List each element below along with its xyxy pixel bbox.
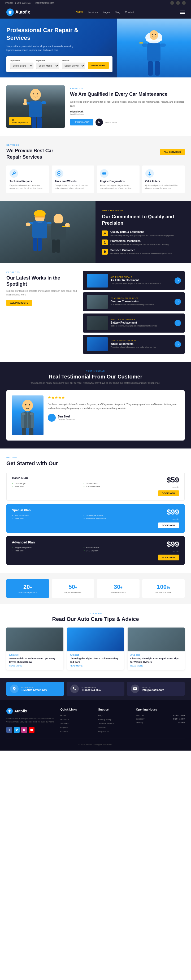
stat-label-2: Service Centers — [101, 591, 135, 593]
footer-hour-day-2: Sunday — [136, 721, 143, 724]
book-now-hero-button[interactable]: BOOK NOW — [88, 62, 109, 69]
author-details: Ben Steel Regular Customer — [58, 415, 75, 420]
book-now-special-button[interactable]: BOOK NOW — [158, 522, 179, 528]
nav-contact[interactable]: Contact — [125, 11, 134, 14]
facebook-icon[interactable] — [170, 1, 174, 5]
footer-link-contact[interactable]: Contact — [60, 730, 93, 733]
project-category-0: AIR FILTER REPAIR — [111, 276, 172, 278]
contact-phone-value: +1 800 123 4567 — [81, 689, 101, 691]
services-header-left: SERVICES We Provide Best Car Repair Serv… — [6, 144, 59, 160]
blog-card-1: JUNE 2025 Choosing the Right Tires A Gui… — [67, 627, 124, 670]
nav-services[interactable]: Services — [88, 11, 98, 14]
brand-select[interactable]: Select Brand Toyota Honda BMW — [10, 63, 33, 69]
svg-rect-16 — [41, 101, 46, 104]
shield-icon — [102, 249, 108, 255]
contact-bar: Our Location 123 Auto Street, City Phone… — [0, 678, 191, 700]
services-label: SERVICES — [6, 144, 59, 146]
project-name-3: Wheel Alignments — [111, 342, 172, 345]
footer-link-faq[interactable]: FAQ — [98, 714, 131, 717]
projects-right: AIR FILTER REPAIR Air Filter Replacement… — [83, 271, 185, 354]
footer-instagram-button[interactable] — [21, 727, 27, 733]
nav-blog[interactable]: Blog — [115, 11, 120, 14]
blog-read-more-2[interactable]: READ MORE — [130, 665, 182, 667]
footer-grid: Autofix Professional auto repair and mai… — [6, 708, 185, 733]
project-arrow-3[interactable] — [175, 341, 181, 347]
author-name: Ben Steel — [58, 415, 75, 418]
svg-point-35 — [54, 214, 63, 224]
footer-link-projects[interactable]: Projects — [60, 726, 93, 729]
form-group-brand: Top Name Select Brand Toyota Honda BMW — [10, 59, 33, 69]
footer-youtube-button[interactable] — [29, 727, 35, 733]
blog-image-1 — [67, 627, 124, 651]
project-desc-1: Full transmission inspection and repair … — [111, 304, 172, 306]
feature-basic-2: ✓Free WiFi — [12, 485, 83, 488]
footer-hour-time-2: Closed — [178, 721, 185, 724]
svg-rect-14 — [29, 101, 42, 117]
watch-label: Watch Video — [105, 121, 117, 124]
project-desc-0: Complete air filter inspection and repla… — [111, 282, 172, 285]
book-now-basic-button[interactable]: BOOK NOW — [158, 490, 179, 496]
footer-facebook-button[interactable] — [6, 727, 12, 733]
svg-point-26 — [148, 173, 151, 176]
footer-link-help[interactable]: Help Center — [98, 730, 131, 733]
footer-link-terms[interactable]: Terms of Service — [98, 722, 131, 725]
project-card-0: AIR FILTER REPAIR Air Filter Replacement… — [83, 271, 185, 290]
nav-home[interactable]: Home — [76, 10, 83, 14]
all-services-button[interactable]: ALL SERVICES — [160, 149, 185, 155]
feature-special-2: ✓Free WiFi — [12, 517, 83, 520]
plan-features-special: ✓Full Inspection ✓Tire Replacement ✓Free… — [12, 514, 154, 520]
footer-hour-time-1: 9:00 - 16:00 — [173, 718, 185, 720]
pricing-right-special: $99 /month BOOK NOW — [158, 508, 179, 528]
project-arrow-2[interactable] — [175, 320, 181, 326]
footer-link-privacy[interactable]: Privacy Policy — [98, 718, 131, 721]
blog-section: OUR BLOG Read Our Auto Care Tips & Advic… — [0, 604, 191, 678]
logo[interactable]: Autofix — [6, 8, 30, 16]
pricing-label: PRICING — [6, 457, 185, 459]
topbar-phone: Phone: +1 800 123 4567 — [5, 2, 32, 4]
project-thumb-3 — [87, 337, 108, 351]
book-now-advanced-button[interactable]: BOOK NOW — [158, 555, 179, 560]
learn-more-button[interactable]: LEARN MORE — [70, 119, 93, 126]
hero-section: Professional Car Repair & Services We pr… — [0, 19, 191, 78]
blog-read-more-0[interactable]: READ MORE — [9, 665, 61, 667]
nav-links: Home Services Pages Blog Contact — [76, 10, 134, 14]
footer-twitter-button[interactable] — [14, 727, 20, 733]
project-arrow-1[interactable] — [175, 299, 181, 305]
footer-link-about[interactable]: About Us — [60, 718, 93, 721]
play-video-button[interactable] — [96, 119, 103, 126]
years-badge: 30 Years Experience — [9, 117, 31, 125]
hamburger-menu[interactable] — [180, 11, 185, 14]
project-name-0: Air Filter Replacement — [111, 279, 172, 282]
svg-rect-30 — [32, 221, 47, 239]
blog-body-0: JUNE 2025 10 Essential Car Maintenance T… — [6, 651, 64, 670]
footer-hour-day-1: Saturday — [136, 718, 144, 720]
service-select[interactable]: Select Service Oil Change Tires — [62, 63, 85, 69]
footer-link-home[interactable]: Home — [60, 714, 93, 717]
pricing-plans: Basic Plan ✓Oil Change ✓Tire Rotation ✓F… — [6, 472, 185, 565]
blog-read-more-1[interactable]: READ MORE — [70, 665, 121, 667]
why-item-desc-2: We stand behind our work with a complete… — [110, 252, 172, 255]
project-arrow-0[interactable] — [175, 277, 181, 284]
form-group-model: Top Find Select Model Sedan SUV — [36, 59, 59, 69]
contact-phone: Phone Number +1 800 123 4567 — [67, 682, 124, 696]
footer-link-sitemap[interactable]: Sitemap — [98, 726, 131, 729]
footer-link-services[interactable]: Services — [60, 722, 93, 725]
why-item-desc-1: Our certified mechanics have years of ex… — [110, 243, 169, 246]
project-category-2: ELECTRICAL SERVICE — [111, 318, 172, 320]
model-select[interactable]: Select Model Sedan SUV — [36, 63, 59, 69]
nav-pages[interactable]: Pages — [103, 11, 110, 14]
all-projects-button[interactable]: ALL PROJECTS — [6, 300, 32, 306]
feature-advanced-2: ✓Free WiFi — [12, 550, 83, 552]
brand-label: Top Name — [10, 59, 33, 62]
instagram-icon[interactable] — [182, 1, 186, 5]
contact-email-label: Email Us — [142, 686, 164, 689]
footer-brand: Autofix Professional auto repair and mai… — [6, 708, 55, 733]
twitter-icon[interactable] — [176, 1, 180, 5]
footer-hour-day-0: Mon - Fri — [136, 714, 144, 717]
project-category-1: TRANSMISSION SERVICE — [111, 298, 172, 299]
tools-icon — [102, 231, 108, 236]
svg-rect-37 — [47, 224, 51, 226]
services-grid: Technical Repairs Expert mechanical and … — [6, 165, 185, 193]
about-content: ABOUT US We Are Qualified In Every Car M… — [70, 87, 185, 126]
projects-label: PROJECTS — [6, 271, 78, 274]
